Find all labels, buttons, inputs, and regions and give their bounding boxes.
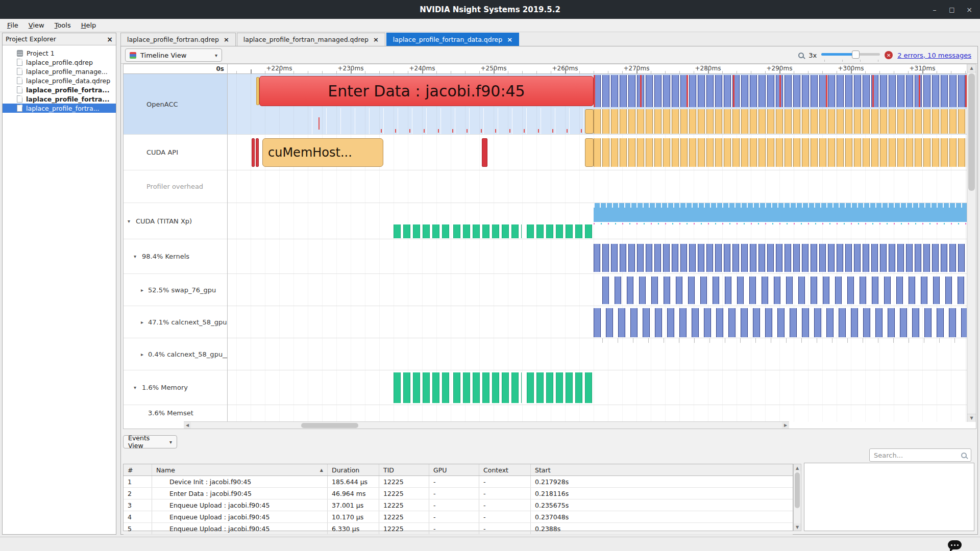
- tab-close-icon[interactable]: ×: [507, 36, 512, 43]
- row-label-memset[interactable]: 3.6% Memset: [124, 405, 227, 422]
- table-row[interactable]: 4 Enqueue Upload : jacobi.f90:45 10.170 …: [124, 511, 793, 523]
- tree-collapsed-icon[interactable]: ▸: [141, 319, 143, 325]
- row-label-profiler-overhead[interactable]: Profiler overhead: [124, 170, 227, 203]
- errors-messages-link[interactable]: 2 errors, 10 messages: [897, 52, 971, 59]
- timeline-row-memory[interactable]: [228, 370, 971, 405]
- row-label-calcnext-gpu[interactable]: ▸ 47.1% calcnext_58_gpu: [124, 306, 227, 338]
- timeline-row-kernels[interactable]: [228, 239, 971, 274]
- gpu-utilization-band[interactable]: [594, 203, 971, 222]
- tree-collapsed-icon[interactable]: ▸: [141, 287, 143, 293]
- col-header-duration[interactable]: Duration: [328, 464, 379, 475]
- col-header-tid[interactable]: TID: [379, 464, 429, 475]
- tree-item-report-selected[interactable]: laplace_profile_fortra...: [3, 104, 116, 113]
- scrollbar-thumb[interactable]: [795, 472, 800, 508]
- timeline-row-swap-gpu[interactable]: [228, 274, 971, 306]
- scrollbar-thumb[interactable]: [968, 73, 975, 191]
- row-label-memory[interactable]: ▾ 1.6% Memory: [124, 370, 227, 405]
- col-header-gpu[interactable]: GPU: [429, 464, 479, 475]
- timeline-ruler[interactable]: +220ms +230ms +240ms +250ms +260ms +270m…: [228, 64, 971, 74]
- scroll-down-icon[interactable]: ▼: [794, 523, 801, 531]
- menu-file[interactable]: File: [2, 20, 23, 31]
- project-explorer-close-icon[interactable]: ×: [107, 36, 113, 43]
- timeline-row-memset[interactable]: [228, 405, 971, 422]
- row-label-openacc[interactable]: OpenACC: [124, 74, 227, 135]
- slider-thumb[interactable]: [852, 51, 860, 59]
- row-label-calcnext-gpu-re[interactable]: ▸ 0.4% calcnext_58_gpu__re: [124, 338, 227, 370]
- tree-expanded-icon[interactable]: ▾: [134, 254, 136, 259]
- cuda-api-red-event[interactable]: [256, 138, 259, 167]
- tree-item-report[interactable]: laplace_profile_fortra...: [3, 85, 116, 94]
- timeline-horizontal-scrollbar[interactable]: ◀ ▶: [184, 421, 789, 429]
- memory-transfer-bars[interactable]: [453, 372, 522, 403]
- window-close-button[interactable]: ×: [961, 0, 978, 19]
- scroll-down-icon[interactable]: ▼: [967, 414, 976, 422]
- tree-item-project[interactable]: Project 1: [3, 48, 116, 58]
- scrollbar-thumb[interactable]: [301, 423, 358, 428]
- tab-fortran-data-active[interactable]: laplace_profile_fortran_data.qdrep ×: [386, 33, 519, 46]
- memory-transfer-bars[interactable]: [394, 372, 450, 403]
- zoom-slider[interactable]: [821, 49, 880, 61]
- table-row[interactable]: 3 Enqueue Upload : jacobi.f90:45 37.001 …: [124, 499, 793, 511]
- cuda-api-red-event[interactable]: [482, 138, 487, 167]
- search-input[interactable]: [874, 452, 961, 459]
- tree-expanded-icon[interactable]: ▾: [128, 218, 130, 224]
- cuda-api-red-event[interactable]: [252, 138, 255, 167]
- menu-tools[interactable]: Tools: [50, 20, 76, 31]
- timeline-row-cuda-api[interactable]: cuMemHost...: [228, 135, 971, 170]
- events-view-dropdown[interactable]: Events View ▾: [123, 435, 177, 448]
- events-table-header[interactable]: # Name ▲ Duration TID GPU Context Start: [124, 464, 793, 476]
- cuda-api-cumemhost-bar[interactable]: cuMemHost...: [262, 138, 383, 167]
- swap-kernel-bars[interactable]: [602, 277, 971, 304]
- calcnext-re-tiny-bars[interactable]: [602, 338, 971, 343]
- scroll-left-icon[interactable]: ◀: [184, 422, 191, 429]
- row-label-cuda-titan[interactable]: ▾ CUDA (TITAN Xp): [124, 203, 227, 239]
- tree-item-report[interactable]: laplace_profile_fortra...: [3, 94, 116, 104]
- col-header-start[interactable]: Start: [531, 464, 793, 475]
- tab-close-icon[interactable]: ×: [373, 36, 379, 43]
- memory-transfer-bars[interactable]: [527, 372, 594, 403]
- timeline-row-calcnext-gpu-re[interactable]: [228, 338, 971, 370]
- table-row[interactable]: 5 Enqueue Upload : jacobi.f90:45 6.330 μ…: [124, 523, 793, 535]
- openacc-enter-data-bar[interactable]: Enter Data : jacobi.f90:45: [259, 76, 594, 106]
- menu-help[interactable]: Help: [76, 20, 102, 31]
- col-header-name[interactable]: Name ▲: [152, 464, 328, 475]
- tree-item-report[interactable]: laplace_profile_data.qdrep: [3, 76, 116, 85]
- tree-collapsed-icon[interactable]: ▸: [141, 352, 143, 357]
- timeline-row-calcnext-gpu[interactable]: [228, 306, 971, 338]
- maximize-button[interactable]: □: [943, 0, 961, 19]
- calcnext-kernel-bars[interactable]: [594, 308, 971, 337]
- tab-close-icon[interactable]: ×: [224, 36, 229, 43]
- minimize-button[interactable]: –: [926, 0, 943, 19]
- timeline-row-cuda-titan[interactable]: [228, 203, 971, 239]
- gpu-memory-transfers[interactable]: [394, 224, 450, 238]
- openacc-micro-events[interactable]: [381, 129, 594, 133]
- row-label-cuda-api[interactable]: CUDA API: [124, 135, 227, 170]
- gpu-memory-transfers[interactable]: [453, 224, 522, 238]
- cuda-api-orange-event[interactable]: [585, 138, 594, 167]
- events-table-scrollbar[interactable]: ▲ ▼: [793, 464, 801, 531]
- cuda-api-dense-calls[interactable]: [594, 138, 971, 167]
- timeline-vertical-scrollbar[interactable]: ▲ ▼: [967, 64, 976, 422]
- timeline-row-profiler-overhead[interactable]: [228, 170, 971, 203]
- col-header-context[interactable]: Context: [479, 464, 531, 475]
- tree-item-report[interactable]: laplace_profile.qdrep: [3, 58, 116, 67]
- feedback-bubble-icon[interactable]: [948, 540, 962, 549]
- menu-view[interactable]: View: [23, 20, 50, 31]
- tree-expanded-icon[interactable]: ▾: [134, 385, 136, 390]
- scroll-up-icon[interactable]: ▲: [794, 464, 801, 471]
- tree-item-report[interactable]: laplace_profile_manage...: [3, 67, 116, 76]
- table-row[interactable]: 1 Device Init : jacobi.f90:45 185.644 μs…: [124, 476, 793, 488]
- view-selector-dropdown[interactable]: Timeline View ▾: [125, 48, 222, 62]
- table-row[interactable]: 2 Enter Data : jacobi.f90:45 46.964 ms 1…: [124, 488, 793, 499]
- openacc-upload-event[interactable]: [585, 109, 594, 134]
- tab-fortran-managed[interactable]: laplace_profile_fortran_managed.qdrep ×: [237, 33, 385, 46]
- row-label-swap-gpu[interactable]: ▸ 52.5% swap_76_gpu: [124, 274, 227, 306]
- scroll-up-icon[interactable]: ▲: [967, 64, 976, 72]
- openacc-dense-uploads[interactable]: [594, 109, 971, 134]
- openacc-tiny-event[interactable]: [318, 117, 320, 130]
- kernel-dense-bars[interactable]: [594, 244, 971, 272]
- col-header-index[interactable]: #: [124, 464, 152, 475]
- timeline-row-openacc[interactable]: Enter Data : jacobi.f90:45: [228, 74, 971, 135]
- gpu-memory-transfers[interactable]: [527, 224, 594, 238]
- row-label-kernels[interactable]: ▾ 98.4% Kernels: [124, 239, 227, 274]
